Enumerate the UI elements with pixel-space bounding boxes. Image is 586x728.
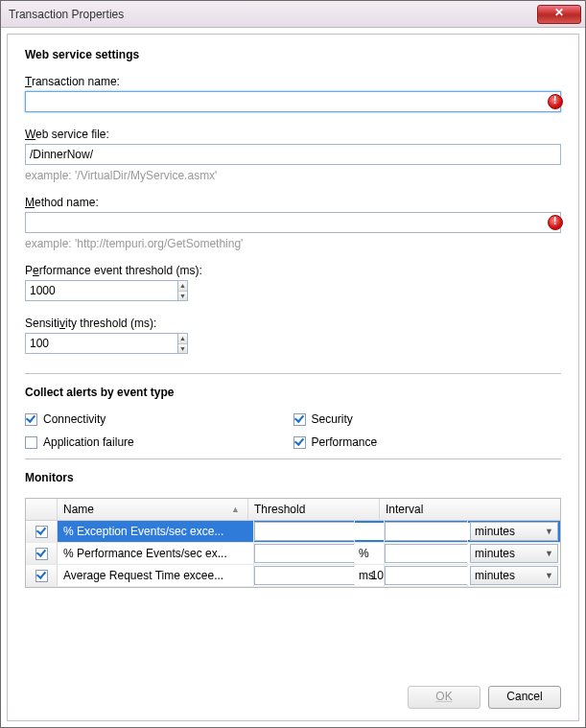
sort-asc-icon: ▲	[231, 505, 240, 514]
section-monitors-heading: Monitors	[25, 471, 561, 484]
grid-header: Name ▲ Threshold Interval	[26, 499, 560, 521]
web-service-file-label: Web service file:	[25, 128, 561, 141]
col-name[interactable]: Name ▲	[58, 499, 248, 520]
separator	[25, 458, 561, 459]
spin-down-icon[interactable]: ▼	[178, 344, 187, 354]
row-threshold-spinner[interactable]: ▲▼	[254, 522, 354, 541]
collect-checks: Connectivity Security Application failur…	[25, 412, 561, 449]
transaction-name-input[interactable]	[25, 91, 561, 112]
row-name: % Performance Events/sec ex...	[58, 543, 254, 564]
col-check[interactable]	[26, 499, 58, 520]
row-interval-unit-select[interactable]: minutes▼	[470, 566, 558, 585]
close-button[interactable]: ✕	[537, 5, 581, 24]
transaction-name-label: Transaction name:	[25, 75, 561, 88]
web-service-file-input[interactable]	[25, 144, 561, 165]
section-web-service-heading: Web service settings	[25, 48, 561, 61]
dialog-button-row: OK Cancel	[25, 676, 561, 709]
cancel-button[interactable]: Cancel	[488, 686, 561, 709]
row-threshold-spinner[interactable]: ▲▼	[254, 544, 354, 563]
chevron-down-icon: ▼	[545, 549, 553, 558]
spin-up-icon[interactable]: ▲	[178, 281, 187, 292]
row-interval-unit-select[interactable]: minutes▼	[470, 522, 558, 541]
method-name-input[interactable]	[25, 212, 561, 233]
check-security[interactable]	[293, 413, 306, 426]
row-unit: %	[355, 521, 385, 542]
ok-button: OK	[408, 686, 481, 709]
check-performance[interactable]	[293, 436, 306, 449]
titlebar: Transaction Properties ✕	[1, 1, 585, 28]
row-threshold-spinner[interactable]: ▲▼	[254, 566, 354, 585]
row-checkbox[interactable]	[35, 548, 48, 560]
row-unit: ms	[355, 565, 385, 586]
dialog-body: Web service settings Transaction name: W…	[7, 34, 579, 721]
check-application-failure[interactable]	[25, 436, 37, 449]
row-name: % Exception Events/sec exce...	[58, 521, 254, 542]
section-collect-heading: Collect alerts by event type	[25, 386, 561, 399]
perf-threshold-label: Performance event threshold (ms):	[25, 264, 561, 277]
col-interval[interactable]: Interval	[380, 499, 560, 520]
method-name-label: Method name:	[25, 196, 561, 209]
method-name-example: example: 'http://tempuri.org/GetSomethin…	[25, 237, 561, 250]
row-checkbox[interactable]	[35, 526, 48, 538]
row-interval-spinner[interactable]: ▲▼	[385, 566, 467, 585]
check-connectivity[interactable]	[25, 413, 37, 426]
row-interval-spinner[interactable]: ▲▼	[385, 522, 467, 541]
web-service-file-example: example: '/VirtualDir/MyService.asmx'	[25, 169, 561, 182]
chevron-down-icon: ▼	[545, 571, 553, 580]
check-performance-label: Performance	[312, 435, 378, 449]
table-row[interactable]: % Exception Events/sec exce... ▲▼ % ▲▼	[26, 521, 560, 543]
table-row[interactable]: Average Request Time excee... ▲▼ ms ▲▼	[26, 565, 560, 587]
row-interval-unit-select[interactable]: minutes▼	[470, 544, 558, 563]
table-row[interactable]: % Performance Events/sec ex... ▲▼ % ▲▼	[26, 543, 560, 565]
row-interval-spinner[interactable]: ▲▼	[385, 544, 467, 563]
spin-down-icon[interactable]: ▼	[178, 292, 187, 301]
separator	[25, 373, 561, 374]
perf-threshold-spinner[interactable]: ▲ ▼	[25, 280, 188, 301]
spin-up-icon[interactable]: ▲	[178, 334, 187, 344]
check-application-failure-label: Application failure	[43, 435, 134, 449]
sens-threshold-label: Sensitivity threshold (ms):	[25, 317, 561, 330]
check-security-label: Security	[312, 412, 353, 426]
check-connectivity-label: Connectivity	[43, 412, 105, 426]
error-icon	[548, 215, 563, 230]
error-icon	[548, 94, 563, 109]
row-unit: %	[355, 543, 385, 564]
window-title: Transaction Properties	[9, 8, 537, 21]
dialog-window: Transaction Properties ✕ Web service set…	[0, 0, 586, 728]
sens-threshold-input[interactable]	[26, 334, 177, 353]
chevron-down-icon: ▼	[545, 527, 553, 536]
perf-threshold-input[interactable]	[26, 281, 177, 300]
monitors-grid: Name ▲ Threshold Interval % Exception Ev…	[25, 498, 561, 588]
row-name: Average Request Time excee...	[58, 565, 254, 586]
row-checkbox[interactable]	[35, 570, 48, 582]
col-threshold[interactable]: Threshold	[248, 499, 380, 520]
sens-threshold-spinner[interactable]: ▲ ▼	[25, 333, 188, 354]
